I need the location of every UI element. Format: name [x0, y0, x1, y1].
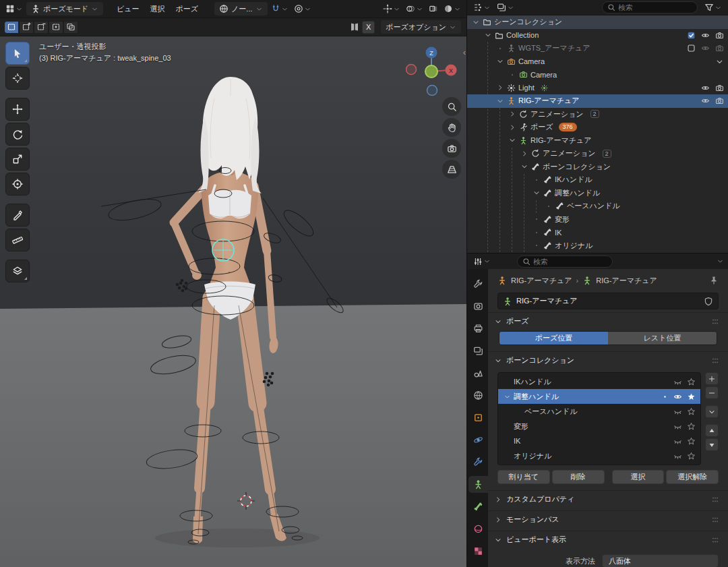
eye-icon[interactable] [673, 392, 682, 401]
eye-closed-icon[interactable] [673, 422, 682, 431]
camera-icon[interactable] [715, 96, 724, 105]
tab-object-data[interactable] [468, 476, 488, 493]
outliner-row[interactable]: RIG-アーマチュア [467, 134, 728, 148]
tab-material[interactable] [468, 520, 488, 537]
outliner-row[interactable]: ベースハンドル [467, 200, 728, 213]
camera-dim-icon[interactable] [715, 44, 724, 53]
eye-closed-icon[interactable] [673, 452, 682, 460]
checkbox-off-icon[interactable] [687, 44, 696, 53]
checkbox-on-icon[interactable] [687, 31, 696, 40]
zoom-button[interactable] [442, 97, 461, 116]
selected-bone-widget[interactable] [212, 239, 234, 261]
bone-collection-row[interactable]: IK [498, 434, 700, 448]
select-invert-button[interactable] [49, 21, 63, 34]
annotate-tool-button[interactable] [5, 204, 30, 227]
chevron-icon[interactable] [715, 57, 724, 66]
solo-dot-icon[interactable] [661, 393, 669, 400]
bone-collection-row[interactable]: IKハンドル [498, 374, 700, 389]
tab-view-layer[interactable] [468, 342, 488, 359]
display-mode-button[interactable] [495, 1, 516, 14]
camera-view-button[interactable] [442, 139, 461, 158]
drag-grip-icon[interactable] [710, 495, 720, 504]
outliner-row[interactable]: ポーズ376 [467, 121, 728, 134]
expand-down-icon[interactable] [495, 57, 504, 65]
pin-icon[interactable] [709, 276, 719, 285]
properties-options-icon[interactable] [717, 258, 724, 265]
pose-position-button[interactable]: ポーズ位置 [499, 332, 608, 345]
navigation-gizmo[interactable]: Z X [406, 44, 457, 96]
tab-texture[interactable] [468, 543, 488, 560]
outliner-row[interactable]: シーンコレクション [467, 16, 728, 29]
axis-z-neg-handle[interactable] [427, 86, 437, 96]
mirror-x-toggle[interactable]: X [350, 21, 375, 34]
show-overlays-button[interactable] [404, 2, 425, 16]
bone-collection-row[interactable]: ベースハンドル [498, 404, 700, 419]
outliner-row[interactable]: Collection [467, 29, 728, 42]
camera-icon[interactable] [715, 31, 724, 40]
outliner-row[interactable]: WGTS_アーマチュア [467, 42, 728, 55]
expand-right-icon[interactable] [495, 84, 504, 92]
outliner-row[interactable]: アニメーション2 [467, 147, 728, 160]
more-tools-tool-button[interactable] [5, 260, 30, 282]
tab-tool[interactable] [468, 276, 488, 293]
tab-world[interactable] [468, 387, 488, 404]
show-gizmos-button[interactable] [381, 2, 402, 16]
select-intersect-button[interactable] [63, 21, 78, 34]
select-extend-button[interactable] [19, 21, 34, 34]
axis-y-handle[interactable] [425, 65, 437, 78]
star-outline-icon[interactable] [687, 437, 696, 446]
section-motion-paths[interactable]: モーションパス [488, 510, 728, 528]
outliner-editor-type-button[interactable] [471, 1, 493, 14]
outliner-row[interactable]: オリジナル [467, 239, 728, 253]
eye-closed-icon[interactable] [673, 437, 682, 446]
datablock-name-field[interactable]: RIG-アーマチュア [497, 293, 719, 309]
tab-scene[interactable] [468, 365, 488, 382]
outliner-row[interactable]: ボーンコレクション [467, 160, 728, 174]
proportional-editing-toggle[interactable] [292, 2, 313, 16]
outliner-row[interactable]: IK [467, 226, 728, 239]
eye-closed-icon[interactable] [673, 407, 682, 416]
deselect-button[interactable]: 選択解除 [666, 470, 719, 484]
properties-search[interactable] [517, 256, 613, 268]
eye-icon[interactable] [701, 96, 710, 105]
expand-right-icon[interactable] [508, 110, 516, 118]
expand-down-icon[interactable] [471, 18, 480, 26]
select-new-button[interactable] [4, 21, 19, 34]
cursor-tool-button[interactable] [5, 67, 30, 90]
star-outline-icon[interactable] [687, 407, 696, 416]
section-pose[interactable]: ポーズ [488, 312, 728, 330]
select-box-tool-button[interactable] [5, 42, 30, 65]
section-bone-collections[interactable]: ボーンコレクション [488, 351, 728, 369]
remove-button[interactable]: 削除 [552, 470, 605, 484]
transform-tool-button[interactable] [5, 173, 30, 196]
rest-position-button[interactable]: レスト位置 [608, 332, 717, 345]
camera-icon[interactable] [715, 84, 724, 92]
tab-render[interactable] [468, 298, 488, 315]
drag-grip-icon[interactable] [710, 535, 720, 545]
filter-button[interactable] [702, 1, 724, 14]
add-collection-button[interactable] [705, 372, 719, 385]
axis-x-neg-handle[interactable] [406, 65, 417, 75]
viewport-3d[interactable]: ユーザー・透視投影 (3) RIG-アーマチュア : tweak_spine_0… [0, 36, 466, 567]
assign-button[interactable]: 割り当て [497, 470, 550, 484]
3d-scene[interactable] [0, 36, 466, 567]
collection-specials-menu[interactable] [705, 405, 719, 418]
drag-grip-icon[interactable] [710, 356, 720, 365]
bone-collection-row[interactable]: 変形 [498, 419, 700, 434]
transform-orientation-select[interactable]: ノー... [214, 2, 267, 16]
section-viewport-display[interactable]: ビューポート表示 [488, 531, 728, 548]
toggle-ortho-button[interactable] [442, 160, 461, 179]
display-as-select[interactable]: 八面体 [602, 554, 719, 567]
move-tool-button[interactable] [5, 98, 30, 121]
scale-tool-button[interactable] [5, 148, 30, 171]
pan-button[interactable] [442, 118, 461, 137]
star-outline-icon[interactable] [687, 452, 696, 460]
tab-bone[interactable] [468, 498, 488, 515]
outliner-row[interactable]: 調整ハンドル [467, 187, 728, 200]
outliner-row[interactable]: IKハンドル [467, 173, 728, 187]
outliner-row[interactable]: 変形 [467, 213, 728, 227]
eye-dim-icon[interactable] [701, 44, 710, 53]
fake-user-icon[interactable] [704, 297, 713, 306]
properties-search-input[interactable] [533, 258, 607, 266]
outliner-row[interactable]: RIG-アーマチュア [467, 94, 728, 108]
